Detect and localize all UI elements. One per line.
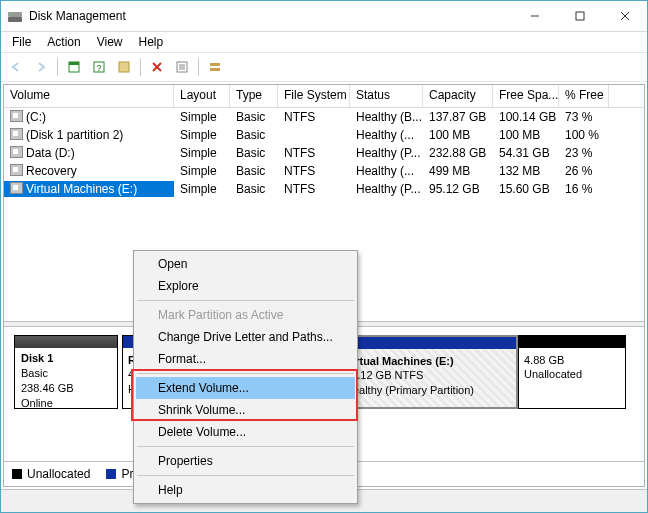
volume-row[interactable]: RecoverySimpleBasicNTFSHealthy (...499 M… bbox=[4, 162, 644, 180]
properties-icon[interactable] bbox=[170, 55, 194, 79]
disk-label: Disk 1 bbox=[21, 351, 111, 366]
svg-rect-19 bbox=[210, 68, 220, 71]
delete-icon[interactable] bbox=[145, 55, 169, 79]
ctx-help[interactable]: Help bbox=[136, 479, 355, 501]
ctx-mark-active: Mark Partition as Active bbox=[136, 304, 355, 326]
minimize-button[interactable] bbox=[512, 2, 557, 31]
menu-help[interactable]: Help bbox=[132, 34, 171, 50]
menu-file[interactable]: File bbox=[5, 34, 38, 50]
volume-row[interactable]: Virtual Machines (E:)SimpleBasicNTFSHeal… bbox=[4, 180, 644, 198]
disk-info[interactable]: Disk 1 Basic 238.46 GB Online bbox=[14, 335, 118, 409]
partition[interactable]: 4.88 GBUnallocated bbox=[518, 335, 626, 409]
col-header-volume[interactable]: Volume bbox=[4, 85, 174, 107]
forward-icon bbox=[29, 55, 53, 79]
svg-rect-18 bbox=[210, 63, 220, 66]
maximize-button[interactable] bbox=[557, 2, 602, 31]
app-icon bbox=[7, 8, 23, 24]
svg-point-2 bbox=[10, 14, 12, 16]
volume-row[interactable]: (Disk 1 partition 2)SimpleBasicHealthy (… bbox=[4, 126, 644, 144]
menu-action[interactable]: Action bbox=[40, 34, 87, 50]
ctx-delete-volume[interactable]: Delete Volume... bbox=[136, 421, 355, 443]
svg-rect-11 bbox=[119, 62, 129, 72]
volume-row[interactable]: (C:)SimpleBasicNTFSHealthy (B...137.87 G… bbox=[4, 108, 644, 126]
titlebar: Disk Management bbox=[1, 1, 647, 32]
action-icon[interactable] bbox=[112, 55, 136, 79]
col-header-capacity[interactable]: Capacity bbox=[423, 85, 493, 107]
disk-state: Online bbox=[21, 396, 111, 411]
disk-size: 238.46 GB bbox=[21, 381, 111, 396]
help-topics-icon[interactable]: ? bbox=[87, 55, 111, 79]
menubar: File Action View Help bbox=[1, 32, 647, 52]
ctx-format[interactable]: Format... bbox=[136, 348, 355, 370]
disk-management-window: Disk Management File Action View Help ? … bbox=[0, 0, 648, 513]
col-header-fs[interactable]: File System bbox=[278, 85, 350, 107]
refresh-view-icon[interactable] bbox=[62, 55, 86, 79]
col-header-pct[interactable]: % Free bbox=[559, 85, 609, 107]
ctx-extend-volume[interactable]: Extend Volume... bbox=[136, 377, 355, 399]
col-header-layout[interactable]: Layout bbox=[174, 85, 230, 107]
ctx-change-letter[interactable]: Change Drive Letter and Paths... bbox=[136, 326, 355, 348]
svg-rect-0 bbox=[8, 17, 22, 22]
svg-text:?: ? bbox=[96, 63, 101, 73]
col-header-status[interactable]: Status bbox=[350, 85, 423, 107]
ctx-explore[interactable]: Explore bbox=[136, 275, 355, 297]
close-button[interactable] bbox=[602, 2, 647, 31]
back-icon bbox=[4, 55, 28, 79]
toolbar: ? bbox=[1, 52, 647, 82]
col-header-free[interactable]: Free Spa... bbox=[493, 85, 559, 107]
disk-list-icon[interactable] bbox=[203, 55, 227, 79]
ctx-properties[interactable]: Properties bbox=[136, 450, 355, 472]
volume-row[interactable]: Data (D:)SimpleBasicNTFSHealthy (P...232… bbox=[4, 144, 644, 162]
svg-rect-8 bbox=[69, 62, 79, 65]
context-menu: Open Explore Mark Partition as Active Ch… bbox=[133, 250, 358, 504]
svg-rect-4 bbox=[576, 12, 584, 20]
partition[interactable]: Virtual Machines (E:)95.12 GB NTFSHealth… bbox=[338, 335, 518, 409]
col-header-type[interactable]: Type bbox=[230, 85, 278, 107]
menu-view[interactable]: View bbox=[90, 34, 130, 50]
ctx-open[interactable]: Open bbox=[136, 253, 355, 275]
content: VolumeLayoutTypeFile SystemStatusCapacit… bbox=[3, 84, 645, 487]
legend-unallocated: Unallocated bbox=[12, 467, 90, 481]
ctx-shrink-volume[interactable]: Shrink Volume... bbox=[136, 399, 355, 421]
disk-kind: Basic bbox=[21, 366, 111, 381]
window-title: Disk Management bbox=[29, 9, 512, 23]
